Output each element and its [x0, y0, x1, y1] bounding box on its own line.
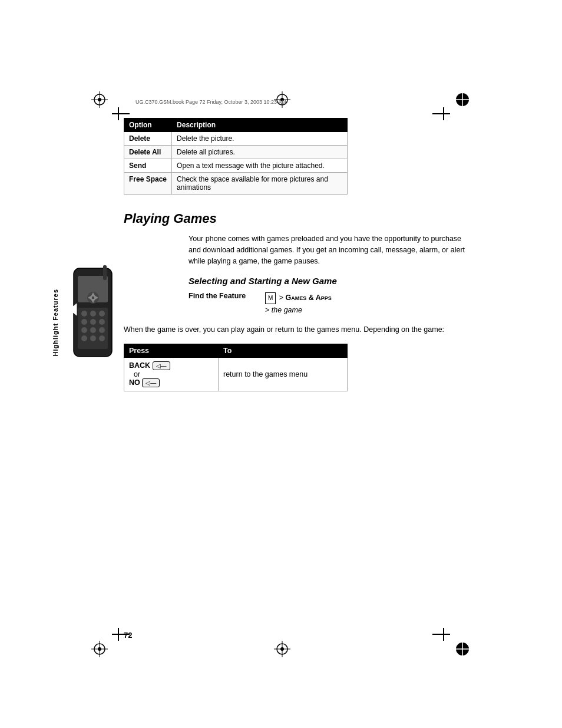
find-feature-value: M > Games & Apps > the game [265, 292, 332, 316]
option-delete: Delete [124, 132, 172, 146]
find-feature: Find the Feature M > Games & Apps > the … [189, 292, 471, 316]
reg-mark-tr [454, 91, 471, 108]
svg-point-27 [81, 311, 87, 317]
press-back-cell: BACK ◁— or NO ◁— [124, 358, 219, 391]
table-row: Delete Delete the picture. [124, 132, 348, 146]
games-apps-text: Games & Apps [286, 294, 332, 302]
options-table: Option Description Delete Delete the pic… [124, 118, 348, 195]
reg-mark-bl [91, 641, 108, 657]
table-row: Delete All Delete all pictures. [124, 146, 348, 159]
svg-point-34 [90, 327, 96, 333]
option-send: Send [124, 159, 172, 173]
header-info: UG.C370.GSM.book Page 72 Friday, October… [135, 99, 286, 105]
svg-point-18 [280, 647, 284, 651]
back-label: BACK ◁— [129, 361, 170, 370]
svg-rect-25 [103, 265, 107, 280]
svg-point-38 [99, 335, 105, 341]
menu-icon: M [265, 292, 276, 304]
reg-mark-tl [91, 91, 108, 108]
option-send-desc: Open a text message with the picture att… [172, 159, 348, 173]
phone-image [65, 265, 124, 360]
to-return-cell: return to the games menu [219, 358, 348, 391]
svg-point-14 [98, 647, 101, 651]
no-label: NO ◁— [129, 378, 160, 387]
no-key: ◁— [142, 378, 160, 387]
tick-mark-tl-h [112, 113, 130, 114]
sub-section-title: Selecting and Starting a New Game [189, 276, 471, 286]
main-content: Option Description Delete Delete the pic… [124, 118, 471, 640]
table-row: Free Space Check the space available for… [124, 173, 348, 195]
svg-marker-26 [70, 304, 77, 315]
options-col-header: Option [124, 118, 172, 132]
svg-point-31 [90, 319, 96, 325]
back-key: ◁— [153, 361, 170, 370]
svg-point-28 [90, 311, 96, 317]
the-game-text: the game [272, 306, 302, 314]
option-delete-all-desc: Delete all pictures. [172, 146, 348, 159]
description-col-header: Description [172, 118, 348, 132]
option-delete-desc: Delete the picture. [172, 132, 348, 146]
press-col-header: Press [124, 344, 219, 358]
table-row: Send Open a text message with the pictur… [124, 159, 348, 173]
reg-mark-br [454, 641, 471, 657]
sidebar-label: Highlight Features [52, 289, 59, 357]
game-over-text: When the game is over, you can play agai… [124, 324, 471, 335]
reg-mark-bc [274, 641, 290, 657]
svg-point-30 [81, 319, 87, 325]
page-number: 72 [124, 631, 132, 640]
or-label: or [134, 370, 140, 378]
svg-point-29 [99, 311, 105, 317]
press-table-row: BACK ◁— or NO ◁— return to the games men… [124, 358, 348, 391]
tick-mark-tr-h [432, 113, 450, 114]
intro-text: Your phone comes with games preloaded an… [189, 233, 471, 266]
find-feature-label: Find the Feature [189, 292, 265, 300]
svg-point-35 [99, 327, 105, 333]
svg-point-32 [99, 319, 105, 325]
tick-mark-tl-v [118, 107, 119, 120]
option-free-space-desc: Check the space available for more pictu… [172, 173, 348, 195]
svg-point-36 [81, 335, 87, 341]
page-container: UG.C370.GSM.book Page 72 Friday, October… [0, 0, 562, 728]
press-table: Press To BACK ◁— or NO ◁— return to the … [124, 344, 348, 391]
svg-point-37 [90, 335, 96, 341]
option-delete-all: Delete All [124, 146, 172, 159]
section-title: Playing Games [124, 211, 471, 226]
to-col-header: To [219, 344, 348, 358]
option-free-space: Free Space [124, 173, 172, 195]
svg-point-3 [98, 98, 101, 101]
tick-mark-bl-v [118, 628, 119, 641]
svg-point-33 [81, 327, 87, 333]
